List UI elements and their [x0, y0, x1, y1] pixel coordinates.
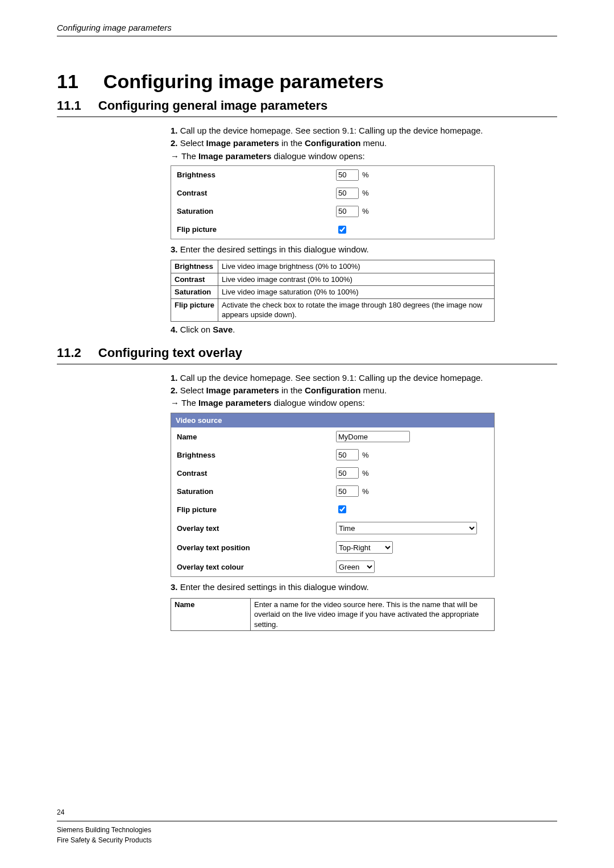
- flip-label: Flip picture: [177, 505, 336, 515]
- percent-label: %: [362, 450, 369, 460]
- section-rule: [57, 364, 557, 364]
- result-pre: The: [179, 151, 198, 161]
- term-cell: Flip picture: [171, 298, 218, 321]
- step-text: Call up the device homepage. See section…: [178, 373, 483, 383]
- desc-cell: Activate the check box to rotate the ima…: [218, 298, 495, 321]
- percent-label: %: [362, 468, 369, 479]
- step-bold-2: Configuration: [305, 138, 360, 148]
- step-bold: Save: [213, 325, 233, 334]
- term-cell: Contrast: [171, 273, 218, 286]
- saturation-input[interactable]: [336, 206, 359, 217]
- step-text-pre: Select: [178, 138, 206, 148]
- table-row: Flip picture Activate the check box to r…: [171, 298, 495, 321]
- percent-label: %: [362, 188, 369, 198]
- brightness-row: Brightness %: [171, 166, 494, 184]
- chapter-heading: 11 Configuring image parameters: [57, 70, 557, 93]
- brightness-row: Brightness %: [171, 446, 494, 464]
- chapter-number: 11: [57, 70, 78, 93]
- arrow-icon: →: [171, 151, 179, 161]
- overlay-colour-select[interactable]: Green: [336, 560, 375, 573]
- brightness-input[interactable]: [336, 449, 359, 460]
- saturation-input[interactable]: [336, 485, 359, 497]
- step-post: .: [233, 325, 235, 334]
- section-11-2-heading: 11.2 Configuring text overlay: [57, 346, 557, 360]
- contrast-input[interactable]: [336, 467, 359, 479]
- contrast-label: Contrast: [177, 188, 336, 198]
- contrast-row: Contrast %: [171, 184, 494, 202]
- brightness-label: Brightness: [177, 450, 336, 460]
- step-4: 4. Click on Save.: [171, 324, 557, 335]
- overlay-description-table: Name Enter a name for the video source h…: [171, 598, 495, 632]
- section-11-1-heading: 11.1 Configuring general image parameter…: [57, 98, 557, 113]
- contrast-input[interactable]: [336, 188, 359, 199]
- result-post: dialogue window opens:: [271, 398, 364, 408]
- table-row: Contrast Live video image contrast (0% t…: [171, 273, 495, 286]
- contrast-label: Contrast: [177, 468, 336, 479]
- step-text-mid: in the: [279, 385, 305, 395]
- name-label: Name: [177, 432, 336, 442]
- step-number: 1.: [171, 126, 178, 135]
- dialog-header: Video source: [171, 413, 494, 428]
- term-cell: Saturation: [171, 286, 218, 299]
- saturation-label: Saturation: [177, 487, 336, 497]
- overlay-colour-label: Overlay text colour: [177, 562, 336, 572]
- chapter-title: Configuring image parameters: [103, 70, 384, 93]
- step-text-mid: in the: [279, 138, 305, 148]
- step-pre: Click on: [178, 325, 213, 334]
- page-number: 24: [57, 807, 557, 817]
- step-number: 3.: [171, 582, 178, 592]
- step-1: 1. Call up the device homepage. See sect…: [171, 125, 557, 136]
- brightness-input[interactable]: [336, 169, 359, 181]
- overlay-text-select[interactable]: Time: [336, 522, 477, 534]
- step-number: 2.: [171, 385, 178, 395]
- table-row: Name Enter a name for the video source h…: [171, 598, 495, 631]
- percent-label: %: [362, 487, 369, 497]
- saturation-label: Saturation: [177, 206, 336, 217]
- overlay-position-label: Overlay text position: [177, 543, 336, 553]
- result-bold: Image parameters: [198, 151, 271, 161]
- step-number: 4.: [171, 325, 178, 334]
- step-text-post: menu.: [360, 385, 387, 395]
- step-2: 2. Select Image parameters in the Config…: [171, 385, 557, 396]
- result-pre: The: [179, 398, 198, 408]
- step-number: 1.: [171, 373, 178, 383]
- step-3: 3. Enter the desired settings in this di…: [171, 582, 557, 593]
- section-rule: [57, 117, 557, 117]
- desc-cell: Enter a name for the video source here. …: [251, 598, 495, 631]
- saturation-row: Saturation %: [171, 482, 494, 500]
- footer-line-1: Siemens Building Technologies: [57, 825, 557, 835]
- step-text: Enter the desired settings in this dialo…: [178, 244, 369, 254]
- footer-line-2: Fire Safety & Security Products: [57, 835, 557, 845]
- overlay-position-select[interactable]: Top-Right: [336, 541, 393, 554]
- section-title: Configuring general image parameters: [98, 98, 327, 113]
- running-header-rule: [57, 36, 557, 36]
- name-input[interactable]: [336, 431, 410, 442]
- overlay-position-row: Overlay text position Top-Right: [171, 538, 494, 557]
- table-row: Saturation Live video image saturation (…: [171, 286, 495, 299]
- section-title: Configuring text overlay: [98, 346, 242, 360]
- arrow-icon: →: [171, 398, 179, 408]
- flip-checkbox[interactable]: [338, 226, 346, 234]
- step-text-post: menu.: [360, 138, 387, 148]
- name-row: Name: [171, 427, 494, 446]
- parameters-description-table: Brightness Live video image brightness (…: [171, 260, 495, 322]
- desc-cell: Live video image brightness (0% to 100%): [218, 260, 495, 273]
- video-source-dialog: Video source Name Brightness % Contrast …: [171, 413, 495, 578]
- result-post: dialogue window opens:: [271, 151, 364, 161]
- page-footer: 24 Siemens Building Technologies Fire Sa…: [57, 807, 557, 845]
- step-bold-2: Configuration: [305, 385, 360, 395]
- section-number: 11.1: [57, 98, 81, 113]
- flip-label: Flip picture: [177, 225, 336, 235]
- result-line: → The Image parameters dialogue window o…: [171, 397, 557, 409]
- term-cell: Brightness: [171, 260, 218, 273]
- image-parameters-dialog: Brightness % Contrast % Saturation %: [171, 165, 495, 239]
- step-1: 1. Call up the device homepage. See sect…: [171, 372, 557, 384]
- step-number: 2.: [171, 138, 178, 148]
- desc-cell: Live video image contrast (0% to 100%): [218, 273, 495, 286]
- percent-label: %: [362, 206, 369, 217]
- step-3: 3. Enter the desired settings in this di…: [171, 244, 557, 255]
- step-bold-1: Image parameters: [206, 385, 279, 395]
- flip-checkbox[interactable]: [338, 505, 346, 513]
- desc-cell: Live video image saturation (0% to 100%): [218, 286, 495, 299]
- percent-label: %: [362, 170, 369, 180]
